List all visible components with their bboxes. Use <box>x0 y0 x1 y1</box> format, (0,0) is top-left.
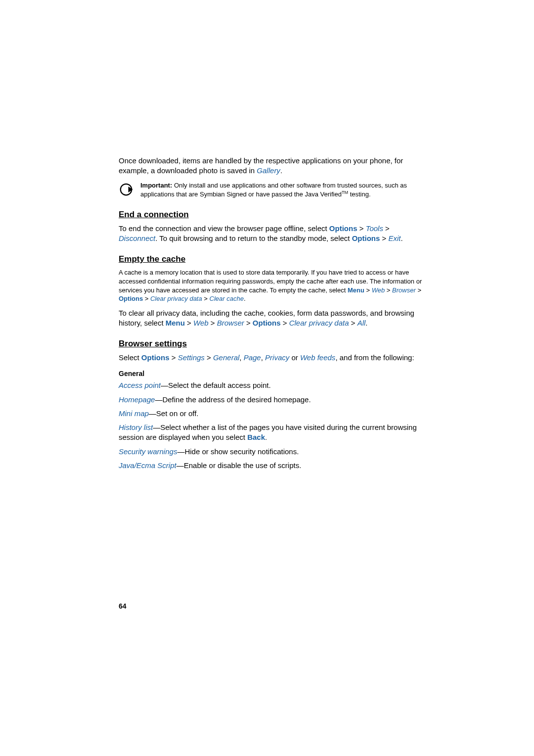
java-ecma-desc: —Enable or disable the use of scripts. <box>177 461 302 470</box>
tm-mark: TM <box>342 190 348 195</box>
bs-options: Options <box>141 353 170 362</box>
bs-gt2: > <box>205 353 213 362</box>
heading-end-connection: End a connection <box>119 210 425 220</box>
security-warnings-desc: —Hide or show security notifications. <box>177 447 299 456</box>
setting-access-point: Access point—Select the default access p… <box>119 380 425 390</box>
ectx2-gt1: > <box>185 319 193 327</box>
ectx-clearpriv: Clear privacy data <box>150 295 202 302</box>
bs-general: General <box>213 353 239 362</box>
bs-settings: Settings <box>178 353 205 362</box>
bs-gt1: > <box>170 353 178 362</box>
setting-history-list: History list—Select whether a list of th… <box>119 423 425 443</box>
ec-period: . <box>400 234 402 242</box>
end-connection-paragraph: To end the connection and view the brows… <box>119 224 425 244</box>
setting-mini-map: Mini map—Set on or off. <box>119 409 425 419</box>
important-text: Important: Only install and use applicat… <box>140 181 425 199</box>
ec-pre1: To end the connection and view the brows… <box>119 224 329 233</box>
mini-map-desc: —Set on or off. <box>149 409 199 418</box>
ec-options1: Options <box>329 224 357 233</box>
bs-webfeeds: Web feeds <box>300 353 335 362</box>
empty-cache-p1: A cache is a memory location that is use… <box>119 268 425 303</box>
bs-c2: , <box>261 353 265 362</box>
ectx-gt4: > <box>143 295 150 302</box>
ec-mid: . To quit browsing and to return to the … <box>155 234 352 242</box>
history-back: Back <box>247 433 265 441</box>
bs-c1: , <box>239 353 243 362</box>
ectx-gt1: > <box>364 286 372 294</box>
ectx2-options: Options <box>253 319 281 327</box>
heading-browser-settings: Browser settings <box>119 339 425 349</box>
setting-homepage: Homepage—Define the address of the desir… <box>119 395 425 405</box>
homepage-desc: —Define the address of the desired homep… <box>155 395 311 404</box>
history-list-desc-post: . <box>265 433 267 441</box>
mini-map-label: Mini map <box>119 409 149 418</box>
ectx-browser: Browser <box>392 286 416 294</box>
bs-page: Page <box>244 353 261 362</box>
document-page: Once downloaded, items are handled by th… <box>0 0 534 756</box>
important-label: Important: <box>140 182 172 189</box>
ectx2-all: All <box>357 319 366 327</box>
gallery-link: Gallery <box>257 166 280 175</box>
ectx2-browser: Browser <box>217 319 244 327</box>
ectx2-period: . <box>365 319 367 327</box>
ectx-options: Options <box>119 295 143 302</box>
ectx-period: . <box>244 295 246 302</box>
ectx-clearcache: Clear cache <box>210 295 244 302</box>
ectx-gt2: > <box>385 286 392 294</box>
svg-marker-1 <box>129 187 133 192</box>
bs-select: Select <box>119 353 141 362</box>
ectx2-gt5: > <box>349 319 357 327</box>
intro-period: . <box>280 166 282 175</box>
ectx2-web: Web <box>193 319 209 327</box>
setting-security-warnings: Security warnings—Hide or show security … <box>119 447 425 457</box>
bs-privacy: Privacy <box>265 353 289 362</box>
ectx-menu: Menu <box>348 286 364 294</box>
bs-or: or <box>289 353 300 362</box>
empty-cache-p2: To clear all privacy data, including the… <box>119 308 425 329</box>
ec-tools: Tools <box>366 224 383 233</box>
java-ecma-label: Java/Ecma Script <box>119 461 177 470</box>
page-number: 64 <box>119 602 127 610</box>
history-list-desc-pre: —Select whether a list of the pages you … <box>119 423 417 441</box>
important-icon <box>119 182 134 199</box>
ectx2-gt2: > <box>209 319 217 327</box>
access-point-desc: —Select the default access point. <box>161 381 271 389</box>
important-tail: testing. <box>348 190 371 198</box>
access-point-label: Access point <box>119 381 161 389</box>
ec-gt2: > <box>383 224 390 233</box>
ectx2-gt4: > <box>281 319 289 327</box>
ectx2-menu: Menu <box>166 319 185 327</box>
ectx-gt3: > <box>416 286 421 294</box>
bs-tail: , and from the following: <box>335 353 414 362</box>
ec-options2: Options <box>352 234 380 242</box>
browser-settings-intro: Select Options > Settings > General, Pag… <box>119 353 425 363</box>
ectx2-gt3: > <box>244 319 253 327</box>
homepage-label: Homepage <box>119 395 155 404</box>
heading-empty-cache: Empty the cache <box>119 254 425 264</box>
sub-heading-general: General <box>119 370 425 378</box>
important-note: Important: Only install and use applicat… <box>119 181 425 199</box>
ec-disconnect: Disconnect <box>119 234 155 242</box>
ec-exit: Exit <box>388 234 400 242</box>
setting-java-ecma: Java/Ecma Script—Enable or disable the u… <box>119 461 425 471</box>
ectx2-clearpriv: Clear privacy data <box>289 319 349 327</box>
intro-paragraph: Once downloaded, items are handled by th… <box>119 156 425 176</box>
ectx-gt5: > <box>202 295 210 302</box>
ectx-web: Web <box>372 286 385 294</box>
history-list-label: History list <box>119 423 153 431</box>
ec-gt1: > <box>357 224 366 233</box>
security-warnings-label: Security warnings <box>119 447 177 456</box>
ec-gt3: > <box>380 234 388 242</box>
